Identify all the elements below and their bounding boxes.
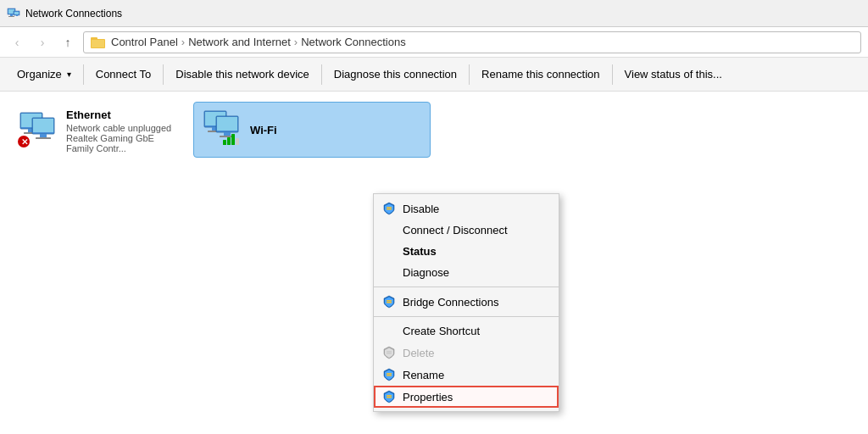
wifi-item[interactable]: Wi-Fi — [193, 102, 431, 158]
svg-rect-15 — [33, 119, 53, 132]
svg-rect-35 — [387, 302, 392, 303]
wifi-icon — [201, 109, 242, 147]
organize-dropdown-arrow: ▾ — [67, 70, 71, 79]
svg-rect-28 — [223, 140, 226, 145]
ethernet-item[interactable]: ✕ Ethernet Network cable unplugged Realt… — [10, 102, 180, 160]
address-path[interactable]: Control Panel › Network and Internet › N… — [83, 31, 861, 53]
svg-rect-32 — [387, 207, 392, 209]
svg-rect-26 — [224, 132, 231, 136]
ctx-separator-2 — [374, 316, 559, 317]
up-button[interactable]: ↑ — [58, 32, 78, 53]
rename-connection-button[interactable]: Rename this connection — [471, 59, 609, 90]
toolbar-separator-5 — [612, 64, 613, 85]
title-bar-icon — [7, 7, 20, 20]
shield-properties-icon — [382, 390, 396, 403]
shield-delete-icon — [382, 346, 396, 359]
svg-rect-17 — [36, 137, 51, 139]
path-part1: Control Panel — [111, 36, 178, 48]
ethernet-name: Ethernet — [66, 108, 173, 121]
svg-rect-40 — [387, 395, 392, 397]
ethernet-status: Network cable unplugged — [66, 123, 173, 133]
svg-rect-3 — [8, 16, 14, 17]
ctx-properties[interactable]: Properties — [374, 386, 559, 408]
path-part3: Network Connections — [301, 36, 406, 48]
connect-to-button[interactable]: Connect To — [86, 59, 162, 90]
svg-rect-34 — [387, 300, 392, 302]
wifi-name: Wi-Fi — [250, 124, 423, 136]
title-bar-text: Network Connections — [25, 8, 122, 19]
svg-rect-6 — [16, 15, 18, 16]
svg-rect-29 — [227, 137, 231, 145]
toolbar-separator-1 — [83, 64, 84, 85]
svg-rect-41 — [387, 397, 392, 398]
ctx-diagnose[interactable]: Diagnose — [374, 262, 559, 283]
svg-rect-5 — [14, 12, 19, 14]
title-bar: Network Connections — [0, 0, 868, 27]
ethernet-adapter: Realtek Gaming GbE Family Contr... — [66, 133, 173, 153]
ctx-separator-1 — [374, 287, 559, 287]
wifi-icon-wrapper — [201, 109, 242, 150]
address-bar: ‹ › ↑ Control Panel › Network and Intern… — [0, 27, 868, 58]
toolbar-separator-2 — [163, 64, 164, 85]
svg-rect-39 — [387, 375, 392, 376]
svg-rect-36 — [387, 351, 392, 353]
svg-rect-33 — [387, 209, 392, 210]
ctx-connect-disconnect[interactable]: Connect / Disconnect — [374, 220, 559, 241]
ctx-rename[interactable]: Rename — [374, 364, 559, 386]
view-status-button[interactable]: View status of this... — [615, 59, 732, 90]
path-part2: Network and Internet — [188, 36, 291, 48]
disable-device-button[interactable]: Disable this network device — [165, 59, 320, 90]
ctx-bridge[interactable]: Bridge Connections — [374, 291, 559, 313]
svg-rect-2 — [10, 14, 13, 16]
toolbar-separator-3 — [321, 64, 322, 85]
ctx-disable[interactable]: Disable — [374, 198, 559, 220]
shield-disable-icon — [382, 202, 396, 215]
diagnose-connection-button[interactable]: Diagnose this connection — [324, 59, 467, 90]
back-button[interactable]: ‹ — [7, 32, 27, 53]
ethernet-icon-wrapper: ✕ — [17, 111, 58, 152]
svg-rect-9 — [92, 40, 104, 47]
organize-button[interactable]: Organize ▾ — [7, 59, 81, 90]
content-area: ✕ Ethernet Network cable unplugged Realt… — [0, 92, 868, 434]
shield-rename-icon — [382, 368, 396, 381]
shield-bridge-icon — [382, 295, 396, 309]
svg-rect-25 — [217, 117, 237, 131]
folder-icon — [91, 36, 106, 49]
forward-button[interactable]: › — [32, 32, 53, 53]
ctx-shortcut[interactable]: Create Shortcut — [374, 320, 559, 342]
toolbar-separator-4 — [469, 64, 470, 85]
context-menu: Disable Connect / Disconnect Status Diag… — [373, 193, 559, 412]
svg-text:✕: ✕ — [21, 137, 28, 147]
svg-rect-37 — [387, 353, 392, 354]
svg-rect-16 — [40, 134, 47, 137]
toolbar: Organize ▾ Connect To Disable this netwo… — [0, 58, 868, 92]
svg-rect-38 — [387, 373, 392, 375]
ctx-status[interactable]: Status — [374, 241, 559, 262]
ctx-delete[interactable]: Delete — [374, 342, 559, 364]
svg-rect-30 — [231, 134, 235, 145]
svg-rect-31 — [236, 138, 239, 145]
ethernet-icon: ✕ — [17, 111, 58, 148]
